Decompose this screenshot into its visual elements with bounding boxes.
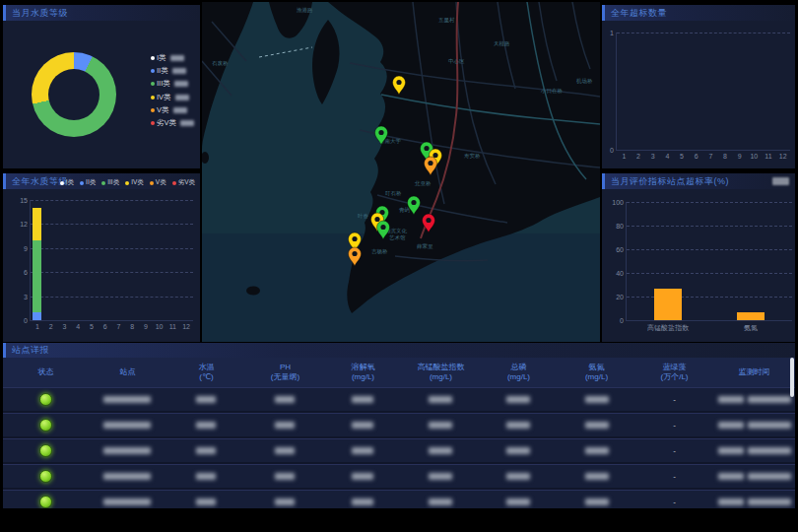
panel-monthly-rate: 当月评价指标站点超标率(%) 020406080100高锰酸盐指数氨氮	[602, 173, 795, 342]
map-place-label: 叶春	[358, 213, 369, 219]
redacted-value	[748, 396, 791, 403]
column-header[interactable]: 总磷(mg/L)	[480, 358, 558, 387]
table-cell	[3, 393, 89, 406]
legend-item[interactable]: II类	[151, 64, 194, 77]
redacted-value	[352, 499, 373, 505]
x-axis-tick: 12	[779, 153, 787, 160]
algae-value: -	[673, 421, 676, 430]
table-cell	[89, 499, 166, 505]
x-axis-tick: 4	[665, 153, 669, 160]
x-axis-tick: 5	[90, 323, 94, 330]
column-header[interactable]: 高锰酸盐指数(mg/L)	[402, 358, 480, 387]
grid-line	[627, 273, 792, 274]
column-header[interactable]: PH(无量纲)	[246, 358, 324, 387]
table-cell	[713, 473, 795, 480]
table-cell	[3, 419, 89, 432]
redacted-value	[506, 499, 530, 505]
x-axis-tick: 9	[738, 153, 742, 160]
table-row[interactable]: -	[3, 387, 795, 411]
x-axis-tick: 1	[35, 323, 39, 330]
map-place-label: 薛家里	[417, 243, 433, 249]
water-quality-dashboard: 当月水质等级 I类II类III类IV类V类劣V类 全年水质等级 I类II类III…	[0, 0, 798, 532]
table-cell	[558, 422, 635, 429]
redacted-value	[103, 499, 151, 505]
redacted-value	[103, 396, 151, 403]
redacted-value	[748, 473, 791, 480]
legend-dot	[151, 69, 155, 73]
x-axis-tick: 2	[636, 153, 640, 160]
column-header[interactable]: 监测时间	[713, 358, 795, 387]
y-axis-tick: 0	[602, 147, 614, 154]
station-map[interactable]: 石废桥渔港路五星村中心区天桂路机场桥小日在桥岭南大学寿安桥北亚桥叮石桥叶春青屿海…	[202, 2, 600, 342]
table-cell	[324, 499, 402, 505]
indicator-rate-chart[interactable]: 020406080100高锰酸盐指数氨氮	[602, 173, 795, 342]
annual-exceed-chart[interactable]: 01123456789101112	[602, 5, 795, 168]
legend-item[interactable]: IV类	[151, 91, 194, 103]
bar-segment[interactable]	[654, 289, 682, 320]
legend-label: 劣V类	[157, 118, 176, 128]
column-header[interactable]: 水温(℃)	[166, 358, 246, 387]
redacted-value	[506, 473, 530, 480]
x-axis-tick: 3	[62, 323, 66, 330]
bar-segment[interactable]	[737, 312, 765, 320]
column-header[interactable]: 溶解氧(mg/L)	[324, 358, 402, 387]
scrollbar-thumb[interactable]	[790, 358, 794, 397]
map-place-label: 中心区	[448, 58, 465, 64]
column-unit: (mg/L)	[507, 373, 530, 382]
map-place-label: 叮石桥	[385, 190, 402, 197]
table-cell: -	[635, 498, 713, 506]
x-axis-tick: 高锰酸盐指数	[647, 323, 689, 333]
column-header[interactable]: 状态	[3, 358, 89, 387]
redacted-value	[175, 95, 189, 100]
y-axis-tick: 6	[10, 269, 28, 276]
table-cell	[402, 499, 480, 505]
column-label: 溶解氧	[351, 364, 374, 372]
column-header[interactable]: 站点	[89, 358, 166, 387]
x-axis-tick: 4	[76, 323, 80, 330]
column-label: 蓝绿藻	[663, 364, 687, 372]
column-header[interactable]: 蓝绿藻(万个/L)	[635, 358, 713, 387]
table-cell	[3, 470, 89, 483]
legend-item[interactable]: III类	[151, 78, 194, 91]
redacted-value	[196, 396, 216, 403]
column-label: 站点	[119, 368, 135, 377]
panel-station-table: 站点详报 状态站点水温(℃)PH(无量纲)溶解氧(mg/L)高锰酸盐指数(mg/…	[3, 343, 795, 508]
grid-line	[31, 248, 193, 249]
table-cell	[713, 396, 795, 403]
table-row[interactable]: -	[3, 490, 795, 508]
column-unit: (万个/L)	[661, 373, 689, 382]
x-axis-tick: 11	[169, 323, 176, 330]
bar-segment[interactable]	[33, 240, 41, 312]
legend-item[interactable]: 劣V类	[151, 116, 194, 129]
legend-dot	[151, 121, 155, 125]
table-row[interactable]: -	[3, 413, 795, 436]
monthly-quality-donut-chart[interactable]	[32, 52, 116, 137]
redacted-value	[429, 422, 452, 429]
legend-item[interactable]: I类	[151, 51, 194, 64]
redacted-value	[585, 499, 609, 505]
table-cell	[402, 396, 480, 403]
legend-item[interactable]: V类	[151, 103, 194, 116]
redacted-value	[718, 447, 744, 454]
annual-quality-chart[interactable]: 03691215123456789101112	[3, 173, 200, 342]
y-axis-tick: 3	[10, 293, 28, 299]
bar-segment[interactable]	[33, 312, 41, 320]
table-cell	[324, 396, 402, 403]
map-island	[246, 287, 260, 296]
table-row[interactable]: -	[3, 438, 795, 462]
plot-area: 03691215123456789101112	[30, 200, 193, 321]
map-place-label: 机场桥	[576, 78, 593, 85]
redacted-value	[585, 447, 609, 454]
redacted-value	[748, 447, 791, 454]
column-header[interactable]: 氨氮(mg/L)	[558, 358, 635, 387]
redacted-value	[718, 473, 744, 480]
map-canvas[interactable]: 石废桥渔港路五星村中心区天桂路机场桥小日在桥岭南大学寿安桥北亚桥叮石桥叶春青屿海…	[202, 2, 600, 342]
redacted-value	[429, 447, 452, 454]
table-cell	[713, 447, 795, 454]
table-cell	[166, 499, 246, 505]
bar-segment[interactable]	[33, 208, 41, 240]
legend-label: V类	[157, 105, 169, 115]
algae-value: -	[673, 472, 676, 481]
column-label: 状态	[37, 368, 53, 377]
table-row[interactable]: -	[3, 464, 795, 488]
